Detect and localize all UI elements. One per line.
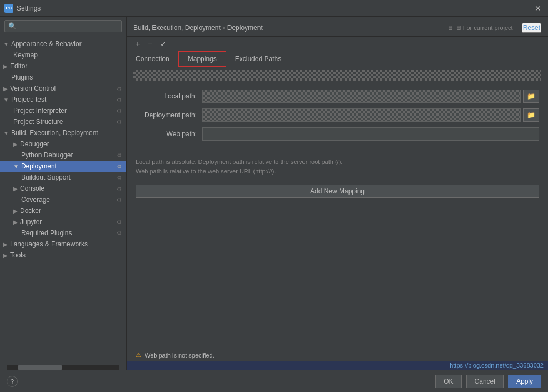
project-indicator: 🖥 🖥 For current project xyxy=(447,24,513,31)
search-input[interactable] xyxy=(4,20,122,32)
sidebar-item-label: Project Interpreter xyxy=(13,107,67,115)
sidebar-item-label: Languages & Frameworks xyxy=(10,240,88,248)
warning-bar: ⚠ Web path is not specified. xyxy=(127,349,548,361)
tab-excluded-paths[interactable]: Excluded Paths xyxy=(226,52,290,67)
deployment-path-redacted xyxy=(202,108,521,122)
sidebar-item-label: Buildout Support xyxy=(21,173,71,181)
hint-line-2: Web path is relative to the web server U… xyxy=(136,167,539,176)
sidebar-item-debugger[interactable]: Debugger xyxy=(0,138,126,150)
sidebar-item-label: Python Debugger xyxy=(21,151,73,159)
content-header: Build, Execution, Deployment › Deploymen… xyxy=(127,17,548,37)
sidebar: Appearance & Behavior Keymap Editor Plug… xyxy=(0,17,127,370)
breadcrumb-separator: › xyxy=(223,24,225,32)
settings-icon-buildout: ⚙ xyxy=(117,175,122,181)
close-button[interactable]: ✕ xyxy=(532,4,544,13)
sidebar-item-version-control[interactable]: Version Control ⚙ xyxy=(0,83,126,94)
sidebar-item-label: Version Control xyxy=(10,85,56,92)
remove-button[interactable]: − xyxy=(146,39,155,49)
check-button[interactable]: ✓ xyxy=(158,39,169,49)
sidebar-search-area xyxy=(0,17,126,36)
sidebar-item-build-execution[interactable]: Build, Execution, Deployment xyxy=(0,127,126,138)
add-button[interactable]: + xyxy=(133,39,142,49)
sidebar-item-label: Project: test xyxy=(11,96,46,103)
web-path-row: Web path: xyxy=(136,127,539,141)
url-bar: https://blog.csdn.net/qq_33683032 xyxy=(127,361,548,370)
deployment-path-row: Deployment path: 📁 xyxy=(136,108,539,122)
apply-button[interactable]: Apply xyxy=(508,375,541,388)
breadcrumb-part-1: Build, Execution, Deployment xyxy=(133,24,221,32)
settings-icon-console: ⚙ xyxy=(117,186,122,192)
sidebar-item-buildout[interactable]: Buildout Support ⚙ xyxy=(0,172,126,183)
sidebar-item-required-plugins[interactable]: Required Plugins ⚙ xyxy=(0,227,126,239)
sidebar-item-label: Debugger xyxy=(20,140,49,148)
tab-mappings[interactable]: Mappings xyxy=(178,51,226,67)
sidebar-item-label: Plugins xyxy=(11,73,33,81)
monitor-icon: 🖥 xyxy=(447,24,453,31)
settings-icon-jupyter: ⚙ xyxy=(117,219,122,225)
sidebar-item-label: Coverage xyxy=(21,196,50,204)
settings-icon-rp: ⚙ xyxy=(117,230,122,236)
sidebar-item-languages[interactable]: Languages & Frameworks xyxy=(0,239,126,250)
sidebar-item-project-test[interactable]: Project: test ⚙ xyxy=(0,94,126,105)
hint-line-1: Local path is absolute. Deployment path … xyxy=(136,157,539,167)
settings-icon-project: ⚙ xyxy=(117,97,122,103)
tab-connection[interactable]: Connection xyxy=(127,52,178,67)
web-path-label: Web path: xyxy=(136,130,202,138)
expand-arrow-languages xyxy=(3,241,8,247)
form-section: Local path: 📁 Deployment path: 📁 xyxy=(127,83,548,153)
sidebar-item-editor[interactable]: Editor xyxy=(0,61,126,72)
local-path-redacted xyxy=(202,90,521,103)
sidebar-item-keymap[interactable]: Keymap xyxy=(0,49,126,61)
sidebar-item-project-interpreter[interactable]: Project Interpreter ⚙ xyxy=(0,105,126,116)
reset-button[interactable]: Reset xyxy=(522,23,541,33)
sidebar-item-deployment[interactable]: Deployment ⚙ xyxy=(0,161,126,172)
add-new-mapping-button[interactable]: Add New Mapping xyxy=(136,185,539,198)
sidebar-item-appearance[interactable]: Appearance & Behavior xyxy=(0,38,126,49)
expand-arrow-build xyxy=(3,130,9,136)
sidebar-item-project-structure[interactable]: Project Structure ⚙ xyxy=(0,116,126,127)
sidebar-item-plugins[interactable]: Plugins xyxy=(0,72,126,83)
sidebar-item-console[interactable]: Console ⚙ xyxy=(0,183,126,194)
settings-icon-coverage: ⚙ xyxy=(117,197,122,203)
bottom-bar: ? OK Cancel Apply xyxy=(0,370,548,392)
settings-icon-deployment: ⚙ xyxy=(117,163,122,170)
expand-arrow-console xyxy=(13,186,18,192)
sidebar-item-label: Tools xyxy=(10,251,26,259)
sidebar-item-label: Appearance & Behavior xyxy=(11,40,82,48)
sidebar-item-label: Console xyxy=(20,185,44,192)
sidebar-item-coverage[interactable]: Coverage ⚙ xyxy=(0,194,126,205)
local-path-folder-button[interactable]: 📁 xyxy=(523,90,539,103)
hint-text: Local path is absolute. Deployment path … xyxy=(127,153,548,180)
sidebar-item-python-debugger[interactable]: Python Debugger ⚙ xyxy=(0,150,126,161)
action-buttons: OK Cancel Apply xyxy=(435,375,541,388)
warning-text: Web path is not specified. xyxy=(145,352,215,359)
sidebar-item-label: Deployment xyxy=(21,162,57,170)
breadcrumb: Build, Execution, Deployment › Deploymen… xyxy=(133,24,263,32)
expand-arrow-project xyxy=(3,97,9,103)
help-button[interactable]: ? xyxy=(7,376,18,387)
cancel-button[interactable]: Cancel xyxy=(466,375,504,388)
deployment-path-input-wrapper: 📁 xyxy=(202,108,539,122)
deployment-path-folder-button[interactable]: 📁 xyxy=(523,108,539,122)
expand-arrow-appearance xyxy=(3,41,9,47)
settings-icon-vc: ⚙ xyxy=(117,86,122,92)
expand-arrow-editor xyxy=(3,63,8,70)
scrollbar-thumb xyxy=(18,365,62,370)
local-path-label: Local path: xyxy=(136,92,202,100)
sidebar-item-label: Build, Execution, Deployment xyxy=(11,129,98,137)
warning-icon: ⚠ xyxy=(136,351,141,359)
sidebar-item-tools[interactable]: Tools xyxy=(0,250,126,261)
sidebar-content: Appearance & Behavior Keymap Editor Plug… xyxy=(0,36,126,365)
content-body: Local path: 📁 Deployment path: 📁 xyxy=(127,67,548,370)
expand-arrow-debugger xyxy=(13,141,18,147)
expand-arrow-docker xyxy=(13,208,18,214)
local-path-row: Local path: 📁 xyxy=(136,90,539,103)
sidebar-item-jupyter[interactable]: Jupyter ⚙ xyxy=(0,216,126,227)
deployment-path-label: Deployment path: xyxy=(136,111,202,119)
sidebar-item-docker[interactable]: Docker xyxy=(0,205,126,216)
sidebar-item-label: Keymap xyxy=(13,51,38,59)
title-bar: PC Settings ✕ xyxy=(0,0,548,17)
web-path-input[interactable] xyxy=(202,127,539,141)
sidebar-scrollbar[interactable] xyxy=(7,365,119,370)
ok-button[interactable]: OK xyxy=(435,375,461,388)
